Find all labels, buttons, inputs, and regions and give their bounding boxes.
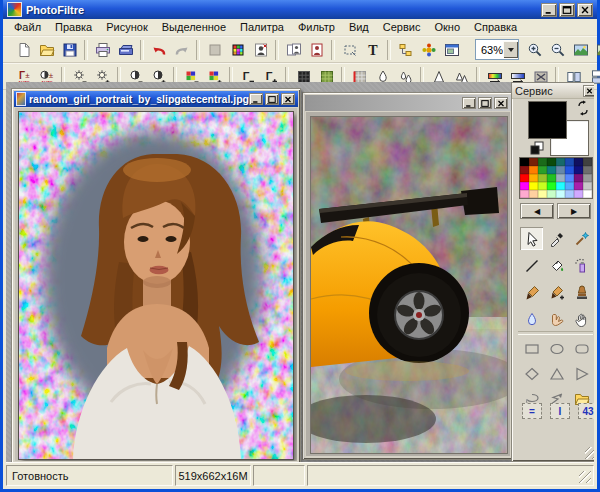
maximize-button[interactable] [559, 3, 575, 17]
rounded-rectangle-shape-button[interactable] [570, 337, 593, 360]
palette-swatch[interactable] [583, 174, 592, 182]
palette-swatch[interactable] [574, 190, 583, 198]
palette-swatch[interactable] [529, 166, 538, 174]
palette-swatch[interactable] [529, 190, 538, 198]
palette-swatch[interactable] [556, 166, 565, 174]
save-file-button[interactable] [58, 39, 81, 61]
palette-swatch[interactable] [547, 190, 556, 198]
full-size-button[interactable] [592, 39, 600, 61]
palette-swatch[interactable] [574, 166, 583, 174]
zoom-dropdown-button[interactable] [503, 41, 518, 58]
fit-window-button[interactable] [569, 39, 592, 61]
palette-swatch[interactable] [520, 182, 529, 190]
palette-swatch[interactable] [538, 174, 547, 182]
palette-swatch[interactable] [583, 190, 592, 198]
palette-swatch[interactable] [583, 182, 592, 190]
palette-swatch[interactable] [565, 158, 574, 166]
palette-swatch[interactable] [529, 174, 538, 182]
portrait-maximize-button[interactable] [265, 93, 279, 105]
palette-swatch[interactable] [556, 158, 565, 166]
clone-stamp-tool-button[interactable] [570, 281, 593, 304]
palette-swatch[interactable] [565, 174, 574, 182]
car-close-button[interactable] [494, 97, 508, 109]
palette-swatch[interactable] [547, 182, 556, 190]
module-manager-button[interactable] [417, 39, 440, 61]
explorer-button[interactable] [394, 39, 417, 61]
zoom-out-button[interactable] [546, 39, 569, 61]
smudge-tool-button[interactable] [545, 308, 568, 331]
portrait-minimize-button[interactable] [249, 93, 263, 105]
window-resize-grip[interactable] [579, 471, 591, 483]
car-image-window[interactable] [302, 92, 514, 460]
palette-swatch[interactable] [574, 174, 583, 182]
arrow-tool-button[interactable] [520, 227, 543, 250]
palette-swatch[interactable] [538, 190, 547, 198]
menu-item-Правка[interactable]: Правка [48, 20, 99, 34]
print-button[interactable] [91, 39, 114, 61]
selection-hide-button[interactable] [203, 39, 226, 61]
ellipse-shape-button[interactable] [545, 337, 568, 360]
palette-swatch[interactable] [520, 190, 529, 198]
rectangle-shape-button[interactable] [520, 337, 543, 360]
close-button[interactable] [577, 3, 593, 17]
palette-swatch[interactable] [556, 190, 565, 198]
option-coords-button[interactable]: 43 [578, 403, 594, 419]
car-maximize-button[interactable] [478, 97, 492, 109]
text-tool-button[interactable]: T [361, 39, 384, 61]
right-triangle-shape-button[interactable] [570, 362, 593, 385]
palette-swatch[interactable] [538, 166, 547, 174]
palette-swatch[interactable] [565, 190, 574, 198]
redo-button[interactable] [170, 39, 193, 61]
palette-swatch[interactable] [520, 158, 529, 166]
menu-item-Рисунок[interactable]: Рисунок [99, 20, 155, 34]
car-minimize-button[interactable] [462, 97, 476, 109]
option-fixed-button[interactable]: I [550, 403, 570, 419]
hand-tool-button[interactable] [570, 308, 593, 331]
tools-panel-titlebar[interactable]: Сервис [512, 83, 594, 99]
palette-swatch[interactable] [574, 182, 583, 190]
menu-item-Фильтр[interactable]: Фильтр [291, 20, 342, 34]
palette-swatch[interactable] [538, 182, 547, 190]
magic-wand-tool-button[interactable] [570, 227, 593, 250]
portrait-close-button[interactable] [281, 93, 295, 105]
paste-as-image-button[interactable] [305, 39, 328, 61]
line-tool-button[interactable] [520, 254, 543, 277]
car-window-titlebar[interactable] [305, 95, 511, 111]
portrait-window-titlebar[interactable]: random_girl_portrait_by_slipgatecentral.… [14, 91, 298, 107]
palette-swatch[interactable] [547, 158, 556, 166]
palette-swatch[interactable] [538, 158, 547, 166]
zoom-in-button[interactable] [523, 39, 546, 61]
palette-swatch[interactable] [583, 158, 592, 166]
undo-button[interactable] [147, 39, 170, 61]
pipette-tool-button[interactable] [545, 227, 568, 250]
advanced-brush-tool-button[interactable] [545, 281, 568, 304]
portrait-image-window[interactable]: random_girl_portrait_by_slipgatecentral.… [11, 88, 301, 462]
palette-swatch[interactable] [520, 166, 529, 174]
menu-item-Окно[interactable]: Окно [427, 20, 467, 34]
menu-item-Палитра[interactable]: Палитра [233, 20, 291, 34]
image-window-button[interactable] [440, 39, 463, 61]
swap-colors-button[interactable] [575, 100, 591, 118]
open-folder-button[interactable] [35, 39, 58, 61]
palette-swatch[interactable] [556, 182, 565, 190]
panel-resize-grip[interactable] [585, 447, 594, 459]
automask-button[interactable] [249, 39, 272, 61]
option-equal-button[interactable]: = [522, 403, 542, 419]
minimize-button[interactable] [541, 3, 557, 17]
tools-panel-close-button[interactable] [583, 85, 594, 97]
title-bar[interactable]: PhotoFiltre [3, 0, 597, 19]
menu-item-Файл[interactable]: Файл [7, 20, 48, 34]
new-file-button[interactable] [12, 39, 35, 61]
palette-swatch[interactable] [529, 158, 538, 166]
menu-item-Справка[interactable]: Справка [467, 20, 524, 34]
palette-swatch[interactable] [529, 182, 538, 190]
rhombus-shape-button[interactable] [520, 362, 543, 385]
palette-swatch[interactable] [574, 158, 583, 166]
duplicate-image-button[interactable] [282, 39, 305, 61]
brush-tool-button[interactable] [520, 281, 543, 304]
menu-item-Выделенное[interactable]: Выделенное [155, 20, 233, 34]
palette-swatch[interactable] [556, 174, 565, 182]
blur-tool-tool-button[interactable] [520, 308, 543, 331]
triangle-shape-button[interactable] [545, 362, 568, 385]
foreground-color-swatch[interactable] [528, 101, 567, 139]
